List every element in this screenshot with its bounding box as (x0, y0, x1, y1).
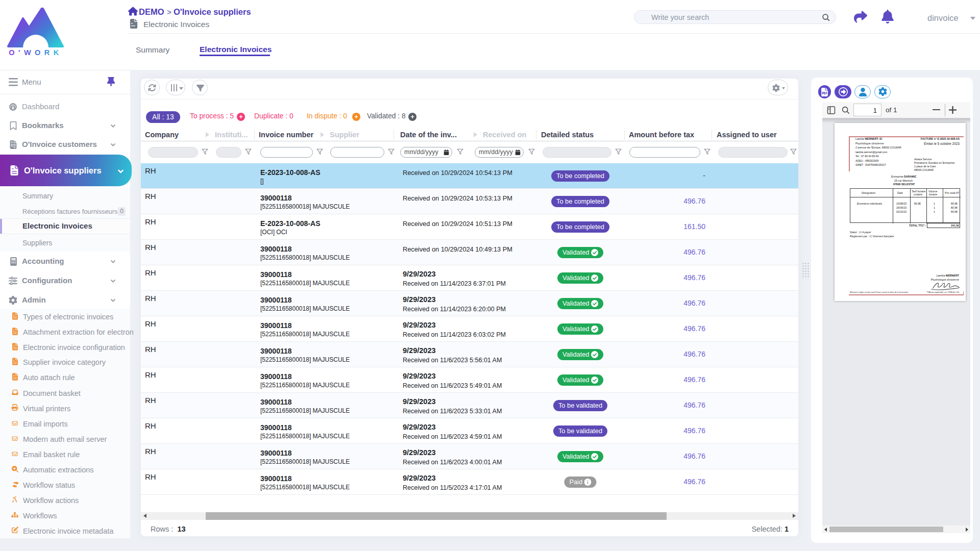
svg-text:O'WORK: O'WORK (9, 48, 63, 57)
